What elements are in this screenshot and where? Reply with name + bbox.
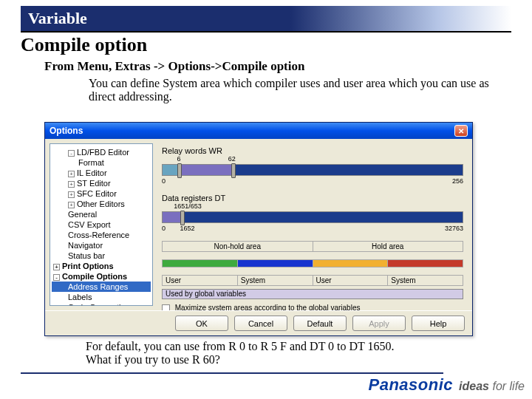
tick-value: 0 [162, 225, 166, 232]
options-dialog: Options ✕ -LD/FBD EditorFormat+IL Editor… [44, 122, 473, 336]
tree-item[interactable]: Code Generation [52, 302, 151, 306]
tree-item-label: Compile Options [62, 272, 127, 281]
apply-button[interactable]: Apply [352, 316, 406, 331]
tree-item-label: Cross-Reference [68, 231, 129, 239]
relay-ticks-bottom: 0 256 [162, 179, 463, 186]
tree-item-label: Other Editors [77, 200, 125, 208]
tick-value: 6 [177, 155, 180, 163]
header-title: Variable [28, 9, 87, 27]
expand-icon[interactable]: + [68, 171, 75, 177]
tree-item[interactable]: +ST Editor [52, 178, 151, 188]
menu-path: From Menu, Extras -> Options->Compile op… [44, 59, 532, 74]
tree-item-label: CSV Export [68, 220, 110, 229]
default-button[interactable]: Default [293, 316, 347, 331]
brand-tagline: ideas for life [459, 380, 525, 393]
tree-item-label: General [68, 210, 97, 219]
tree-item-label: IL Editor [77, 168, 107, 177]
tree-item[interactable]: General [52, 209, 151, 219]
collapse-icon[interactable]: - [53, 274, 60, 281]
slider-handle-icon[interactable] [231, 163, 236, 178]
tree-item-label: Print Options [62, 262, 114, 270]
collapse-icon[interactable]: - [68, 150, 75, 157]
tree-item-label: SFC Editor [77, 189, 117, 198]
tick-value: 1652 [180, 225, 194, 232]
address-ranges-panel: Relay words WR 6 62 0 256 Data registers… [157, 143, 468, 306]
tree-item-label: Code Generation [68, 303, 130, 306]
tick-value: 32763 [445, 225, 463, 232]
tree-item-label: LD/FBD Editor [77, 148, 129, 157]
tree-item[interactable]: Address Ranges [52, 282, 151, 292]
legend-color-row [162, 259, 463, 267]
help-button[interactable]: Help [412, 316, 465, 331]
slider-handle-icon[interactable] [177, 163, 182, 178]
dialog-title: Options [50, 126, 83, 136]
expand-icon[interactable]: + [68, 191, 75, 198]
legend-swatch [163, 260, 238, 267]
tree-item[interactable]: +Other Editors [52, 199, 151, 209]
tree-item-label: Navigator [68, 241, 103, 250]
legend-label: System [388, 276, 463, 286]
tree-item[interactable]: CSV Export [52, 219, 151, 230]
tick-value: 256 [452, 177, 463, 185]
tick-value: 62 [228, 155, 236, 163]
slider-handle-icon[interactable] [180, 211, 185, 225]
legend-swatch [313, 260, 389, 267]
tree-item-label: Labels [68, 293, 92, 301]
dt-ticks-top: 1651/653 [162, 204, 463, 211]
close-icon[interactable]: ✕ [454, 125, 468, 137]
tree-item[interactable]: -LD/FBD Editor [52, 147, 151, 157]
brand-logo: Panasonic ideas for life [369, 375, 525, 395]
footer-line: For default, you can use from R 0 to R 5… [86, 340, 395, 353]
legend-label: User [163, 276, 238, 286]
tree-item[interactable]: +Print Options [52, 261, 151, 271]
tree-item[interactable]: +SFC Editor [52, 188, 151, 199]
relay-ticks-top: 6 62 [162, 157, 463, 164]
dialog-button-bar: OK Cancel Default Apply Help [45, 310, 472, 335]
dt-ticks-bottom: 0 1652 32763 [162, 226, 463, 233]
tree-item[interactable]: Status bar [52, 250, 151, 261]
legend-swatch [238, 260, 313, 267]
legend-header-row: Non-hold area Hold area [162, 241, 463, 252]
tick-value: 0 [162, 177, 166, 185]
expand-icon[interactable]: + [68, 181, 75, 188]
divider [21, 372, 443, 374]
cancel-button[interactable]: Cancel [234, 316, 287, 331]
dt-range-bar[interactable] [162, 211, 463, 223]
tree-item-label: Address Ranges [68, 282, 128, 291]
tree-item-label: Format [78, 158, 104, 167]
footer-line: What if you try to use R 60? [86, 353, 395, 366]
tree-item-label: Status bar [68, 251, 105, 260]
tree-item[interactable]: Format [52, 157, 151, 168]
tree-item[interactable]: Cross-Reference [52, 230, 151, 240]
tree-item-label: ST Editor [77, 179, 111, 188]
page-title: Compile option [21, 34, 511, 56]
footer-text: For default, you can use from R 0 to R 5… [86, 340, 395, 367]
legend-label-row: User System User System [162, 275, 463, 286]
relay-range-bar[interactable] [162, 164, 463, 176]
description: You can define System area which compile… [89, 77, 502, 104]
tick-value: 1651/653 [174, 202, 202, 210]
legend-label: User [313, 276, 389, 286]
ok-button[interactable]: OK [175, 316, 228, 331]
options-tree[interactable]: -LD/FBD EditorFormat+IL Editor+ST Editor… [50, 143, 153, 306]
data-registers-label: Data registers DT [162, 194, 463, 202]
tree-item[interactable]: -Compile Options [52, 271, 151, 282]
brand-name: Panasonic [369, 375, 454, 395]
legend-label: System [238, 276, 313, 286]
legend-used-row: Used by global variables [162, 289, 463, 299]
legend-swatch [388, 260, 463, 267]
expand-icon[interactable]: + [53, 264, 60, 270]
tree-item[interactable]: Labels [52, 292, 151, 302]
relay-words-label: Relay words WR [162, 146, 463, 155]
titlebar[interactable]: Options ✕ [45, 123, 472, 139]
slide-header: Variable [21, 6, 511, 33]
expand-icon[interactable]: + [68, 202, 75, 208]
legend-col: Non-hold area [163, 242, 313, 252]
tree-item[interactable]: +IL Editor [52, 168, 151, 178]
legend-col: Hold area [313, 242, 464, 252]
tree-item[interactable]: Navigator [52, 240, 151, 250]
